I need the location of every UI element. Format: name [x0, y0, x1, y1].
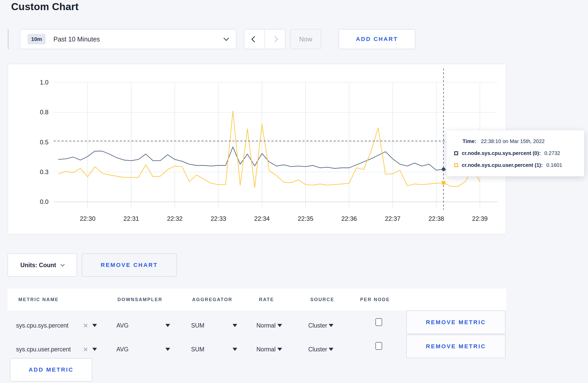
units-label: Units: Count	[20, 262, 56, 269]
col-per-node: PER NODE	[360, 297, 390, 302]
toolbar-divider	[8, 29, 9, 49]
svg-text:0.5: 0.5	[40, 139, 48, 146]
svg-text:22:35: 22:35	[298, 215, 313, 222]
aggregator-select[interactable]: SUM	[191, 322, 204, 329]
caret-down-icon	[92, 324, 97, 327]
svg-text:22:33: 22:33	[211, 215, 226, 222]
metric-name-caret[interactable]	[92, 346, 97, 353]
remove-metric-label: REMOVE METRIC	[426, 343, 486, 350]
per-node-checkbox[interactable]	[375, 342, 382, 350]
col-rate: RATE	[259, 297, 274, 302]
page-title: Custom Chart	[11, 1, 79, 12]
downsampler-select[interactable]: AVG	[116, 322, 129, 329]
svg-text:22:34: 22:34	[254, 215, 270, 222]
units-dropdown[interactable]: Units: Count	[8, 253, 77, 277]
tooltip-series-value: 0.1601	[546, 162, 562, 168]
svg-text:0.0: 0.0	[40, 198, 48, 205]
chart-hover-tooltip: Time: 22:38:10 on Mar 15th, 2022 cr.node…	[446, 130, 584, 176]
remove-metric-label: REMOVE METRIC	[426, 319, 486, 326]
metric-name-select[interactable]: sys.cpu.user.percent	[16, 346, 71, 353]
svg-text:0.8: 0.8	[40, 109, 48, 116]
add-chart-button[interactable]: ADD CHART	[339, 29, 415, 49]
tooltip-time-label: Time:	[463, 138, 476, 144]
user-percent-swatch-icon	[454, 163, 458, 167]
add-metric-button[interactable]: ADD METRIC	[10, 358, 92, 381]
svg-text:22:36: 22:36	[341, 215, 357, 222]
caret-down-icon	[329, 348, 333, 351]
prev-time-button[interactable]	[244, 30, 264, 49]
rate-select[interactable]: Normal	[256, 346, 282, 353]
remove-metric-button[interactable]: REMOVE METRIC	[406, 310, 506, 334]
chevron-down-icon	[61, 262, 65, 266]
metric-name-select[interactable]: sys.cpu.sys.percent	[16, 322, 68, 329]
col-aggregator: AGGREGATOR	[192, 297, 232, 302]
metrics-table-header: METRIC NAME DOWNSAMPLER AGGREGATOR RATE …	[8, 289, 506, 310]
time-pager	[244, 29, 285, 49]
downsampler-select[interactable]: AVG	[116, 346, 129, 353]
aggregator-select[interactable]: SUM	[191, 346, 204, 353]
svg-text:22:38: 22:38	[429, 215, 444, 222]
caret-down-icon	[277, 324, 282, 327]
add-chart-label: ADD CHART	[356, 36, 398, 42]
tooltip-series-name: cr.node.sys.cpu.user.percent (1):	[462, 162, 543, 168]
tooltip-time-value: 22:38:10 on Mar 15th, 2022	[481, 138, 545, 144]
tooltip-series-name: cr.node.sys.cpu.sys.percent (0):	[462, 150, 541, 156]
clear-metric-icon[interactable]: ✕	[83, 346, 88, 353]
now-button[interactable]: Now	[290, 29, 321, 49]
remove-chart-label: REMOVE CHART	[101, 262, 158, 268]
rate-select[interactable]: Normal	[256, 322, 282, 329]
chart-card: 22:3022:3122:3222:3322:3422:3522:3622:37…	[8, 64, 506, 235]
time-range-label: Past 10 Minutes	[53, 36, 100, 43]
svg-text:1.0: 1.0	[40, 79, 48, 86]
tooltip-series-row: cr.node.sys.cpu.sys.percent (0): 0.2732	[454, 149, 584, 157]
svg-text:22:37: 22:37	[385, 215, 401, 222]
tooltip-series-row: cr.node.sys.cpu.user.percent (1): 0.1601	[454, 161, 584, 169]
tooltip-series-value: 0.2732	[544, 150, 560, 156]
svg-text:0.3: 0.3	[40, 168, 48, 175]
caret-down-icon	[165, 348, 170, 351]
caret-down-icon	[233, 348, 237, 351]
add-metric-label: ADD METRIC	[29, 366, 73, 373]
remove-chart-button[interactable]: REMOVE CHART	[82, 253, 177, 277]
caret-down-icon	[277, 348, 282, 351]
svg-text:22:32: 22:32	[167, 215, 183, 222]
caret-down-icon	[92, 348, 97, 351]
metric-name-caret[interactable]	[92, 322, 97, 329]
chevron-down-icon	[223, 36, 229, 41]
sys-percent-swatch-icon	[454, 151, 458, 155]
col-source: SOURCE	[310, 297, 334, 302]
per-node-checkbox[interactable]	[375, 318, 382, 326]
caret-down-icon	[233, 324, 237, 327]
caret-down-icon	[165, 324, 170, 327]
caret-down-icon	[329, 324, 333, 327]
source-select[interactable]: Cluster	[308, 346, 333, 353]
source-select[interactable]: Cluster	[308, 322, 333, 329]
col-downsampler: DOWNSAMPLER	[117, 297, 163, 302]
chevron-right-icon	[272, 36, 278, 42]
remove-metric-button[interactable]: REMOVE METRIC	[406, 335, 506, 358]
tooltip-time-row: Time: 22:38:10 on Mar 15th, 2022	[454, 137, 584, 145]
aggregator-caret[interactable]	[233, 346, 237, 353]
aggregator-caret[interactable]	[233, 322, 237, 329]
timeseries-chart[interactable]: 22:3022:3122:3222:3322:3422:3522:3622:37…	[8, 64, 506, 234]
now-button-label: Now	[299, 36, 312, 43]
time-range-dropdown[interactable]: 10m Past 10 Minutes	[20, 29, 236, 49]
svg-text:22:39: 22:39	[472, 215, 488, 222]
next-time-button[interactable]	[264, 30, 285, 49]
chevron-left-icon	[251, 36, 257, 42]
downsampler-caret[interactable]	[165, 346, 170, 353]
clear-metric-icon[interactable]: ✕	[83, 322, 88, 329]
downsampler-caret[interactable]	[165, 322, 170, 329]
time-range-badge: 10m	[27, 34, 46, 44]
svg-text:22:30: 22:30	[80, 215, 95, 222]
custom-chart-page: Custom Chart 10m Past 10 Minutes Now ADD…	[0, 0, 588, 383]
col-metric-name: METRIC NAME	[18, 297, 59, 302]
svg-text:22:31: 22:31	[123, 215, 139, 222]
